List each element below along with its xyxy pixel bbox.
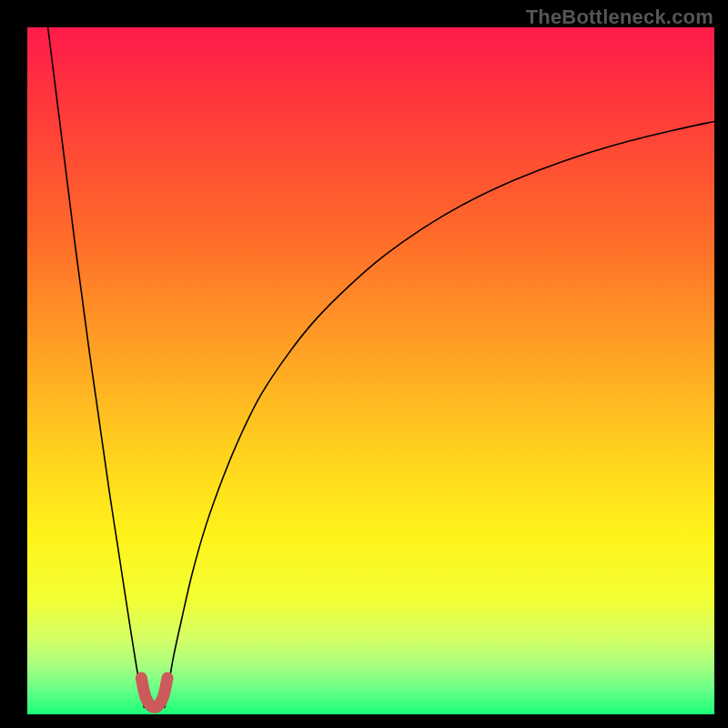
watermark-text: TheBottleneck.com	[526, 5, 713, 29]
chart-frame: TheBottleneck.com	[0, 0, 728, 728]
gradient-background	[27, 27, 714, 714]
plot-area	[27, 27, 714, 714]
plot-svg	[27, 27, 714, 714]
